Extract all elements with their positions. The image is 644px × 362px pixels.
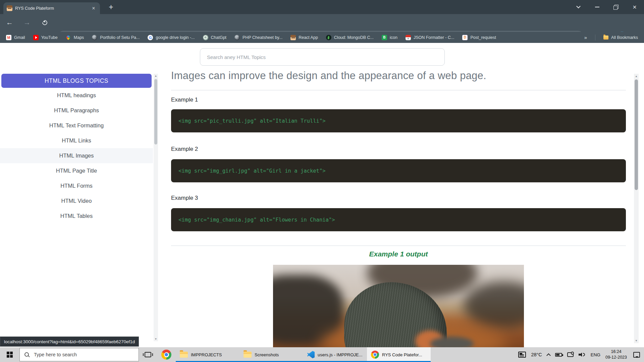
folder-icon: [244, 352, 252, 358]
sidebar-item-html-video[interactable]: HTML Video: [0, 193, 153, 208]
tab-close-icon[interactable]: [91, 6, 97, 11]
battery-icon[interactable]: [555, 353, 562, 357]
cast-display-icon[interactable]: [567, 352, 574, 357]
folder-icon: [603, 36, 608, 40]
search-input[interactable]: [200, 48, 445, 66]
sidebar-item-html-headings[interactable]: HTML headings: [0, 88, 153, 103]
bookmark-maps[interactable]: Maps: [66, 35, 84, 40]
taskbar-search[interactable]: Type here to search: [19, 348, 139, 361]
close-button[interactable]: [625, 0, 644, 14]
google-icon: [148, 35, 153, 40]
language-indicator[interactable]: ENG: [591, 352, 600, 357]
taskbar-app-chrome-rys[interactable]: RYS Code Platefor...: [367, 347, 431, 362]
globe-icon: [234, 35, 240, 40]
maps-pin-icon: [66, 35, 71, 40]
taskbar-app-impprojects[interactable]: IMPPROJECTS: [176, 347, 239, 362]
start-button[interactable]: [0, 347, 19, 362]
sidebar-item-html-paragraphs[interactable]: HTML Paragraphs: [0, 103, 153, 118]
example-2-label: Example 2: [171, 146, 198, 153]
page-scrollbar-thumb[interactable]: [635, 79, 638, 190]
forward-button[interactable]: [23, 18, 31, 26]
photo-layer: [464, 282, 524, 328]
scroll-up-icon[interactable]: [634, 75, 639, 78]
react-avatar-icon: [290, 35, 296, 40]
example-1-label: Example 1: [171, 97, 198, 103]
bookmark-portfolio[interactable]: Portfolio of Setu Pa...: [92, 35, 140, 40]
reload-button[interactable]: [41, 19, 48, 26]
sidebar-header: HTML BLOGS TOPICS: [1, 74, 152, 88]
task-view-button[interactable]: [139, 347, 157, 362]
bookmark-chatgpt[interactable]: ChatGpt: [203, 35, 227, 40]
restore-button[interactable]: [606, 0, 625, 14]
sidebar-scrollbar-thumb[interactable]: [154, 79, 157, 144]
bookmark-youtube[interactable]: YouTube: [33, 35, 58, 40]
example-2-code: <img src="img_girl.jpg" alt="Girl in a j…: [171, 159, 626, 182]
bookmark-gmail[interactable]: Gmail: [6, 35, 25, 40]
taskbar-search-placeholder: Type here to search: [34, 352, 77, 357]
clock[interactable]: 16:24 09-12-2023: [605, 349, 627, 360]
postman-icon: [462, 35, 468, 40]
youtube-icon: [33, 35, 39, 40]
scroll-up-icon[interactable]: [154, 74, 158, 77]
sidebar-item-html-images[interactable]: HTML Images: [0, 148, 153, 163]
bookmark-google-drive[interactable]: google drive login -...: [148, 35, 195, 40]
task-view-icon: [145, 352, 151, 357]
minimize-icon: [595, 7, 599, 7]
back-button[interactable]: [6, 18, 13, 26]
taskbar-app-vscode[interactable]: users.js - IMPPROJE...: [303, 347, 367, 362]
bookmarks-bar: Gmail YouTube Maps Portfolio of Setu Pa.…: [0, 32, 644, 43]
bookmark-php-cheatsheet[interactable]: PHP Cheatsheet by...: [234, 35, 282, 40]
bookmark-mongodb[interactable]: Cloud: MongoDB C...: [326, 35, 374, 40]
example-output-heading: Example 1 output: [171, 250, 626, 258]
bookmark-json-formatter[interactable]: JSON Formatter - C...: [406, 35, 454, 40]
clock-date: 09-12-2023: [605, 355, 627, 360]
status-bar-url-tooltip: localhost:3000/content?lag=html&id=65029…: [0, 337, 139, 347]
tab-title: RYS Code Plateform: [15, 6, 88, 11]
chrome-icon: [161, 350, 171, 360]
example-3-code: <img src="img_chania.jpg" alt="Flowers i…: [171, 208, 626, 231]
minimize-button[interactable]: [588, 0, 606, 14]
news-weather-icon[interactable]: [518, 352, 526, 358]
sidebar-scrollbar[interactable]: [154, 74, 158, 341]
sidebar-item-html-tables[interactable]: HTML Tables: [0, 208, 153, 224]
chrome-launcher-button[interactable]: [157, 347, 176, 362]
windows-logo-icon: [7, 352, 13, 358]
sidebar-item-html-page-title[interactable]: HTML Page Title: [0, 163, 153, 178]
taskbar-app-screenshots[interactable]: Screenshots: [239, 347, 303, 362]
bookmark-icon-site[interactable]: icon: [382, 35, 397, 40]
window-controls: [569, 0, 644, 14]
action-center-icon[interactable]: [633, 352, 640, 358]
gmail-icon: [6, 35, 11, 40]
mongodb-leaf-icon: [326, 35, 331, 40]
taskbar: Type here to search IMPPROJECTS Screensh…: [0, 347, 644, 362]
new-tab-button[interactable]: [106, 2, 116, 12]
chatgpt-icon: [203, 35, 208, 40]
sidebar-item-html-links[interactable]: HTML Links: [0, 133, 153, 148]
example-output-image: [273, 265, 524, 347]
page-scrollbar[interactable]: [634, 74, 639, 343]
folder-icon: [180, 352, 188, 358]
sidebar-item-html-forms[interactable]: HTML Forms: [0, 178, 153, 193]
web-page: HTML BLOGS TOPICS HTML headings HTML Par…: [0, 43, 644, 347]
browser-tab[interactable]: RYS Code Plateform: [3, 2, 100, 14]
search-icon: [24, 352, 30, 358]
bookmark-post-request[interactable]: Post_requiest: [462, 35, 496, 40]
tray-expand-chevron-icon[interactable]: [546, 353, 551, 358]
browser-toolbar: localhost:3000/content?lag=html&id=65029…: [0, 14, 644, 32]
tab-strip: RYS Code Plateform: [0, 0, 644, 14]
all-bookmarks-button[interactable]: All Bookmarks: [603, 35, 638, 40]
system-tray: 28°C ENG 16:24 09-12-2023: [518, 349, 644, 360]
scroll-down-icon[interactable]: [634, 339, 639, 342]
temperature-label[interactable]: 28°C: [531, 352, 542, 357]
speaker-icon[interactable]: [579, 352, 586, 357]
divider: [171, 245, 626, 246]
clock-time: 16:24: [605, 349, 627, 355]
bookmarks-overflow-icon[interactable]: [584, 35, 587, 40]
example-3-label: Example 3: [171, 195, 198, 201]
scroll-down-icon[interactable]: [154, 338, 158, 341]
chevron-down-icon: [576, 4, 581, 8]
tab-search-button[interactable]: [569, 0, 588, 14]
globe-icon: [92, 35, 97, 40]
bookmark-react-app[interactable]: React App: [290, 35, 318, 40]
sidebar-item-html-text-formatting[interactable]: HTML Text Formatting: [0, 118, 153, 133]
